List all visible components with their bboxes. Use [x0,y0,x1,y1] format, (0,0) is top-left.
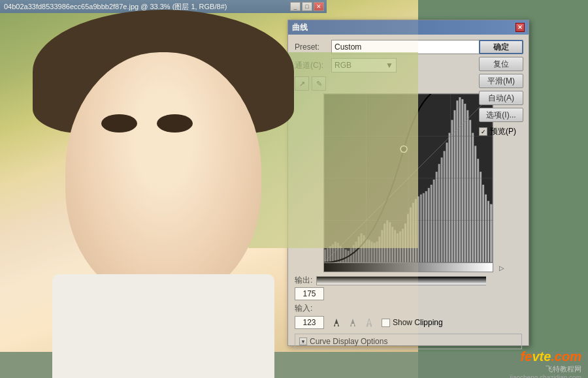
svg-rect-49 [449,133,451,262]
preview-label: 预览(P) [490,126,516,137]
ok-button[interactable]: 确定 [479,40,523,54]
svg-rect-43 [433,180,435,262]
svg-rect-62 [482,185,484,262]
watermark-brand-vte: vte [532,349,551,364]
watermark-container: fevte.com 飞特教程网 jiaocheng.chazidian.com [510,349,581,379]
svg-rect-42 [431,185,433,262]
svg-rect-39 [423,193,425,262]
svg-rect-56 [466,110,468,262]
preview-row: ✓ 预览(P) [479,126,523,137]
smooth-button[interactable]: 平滑(M) [479,74,523,88]
svg-rect-64 [487,201,489,262]
svg-rect-63 [485,195,487,262]
svg-rect-58 [472,133,474,262]
auto-button[interactable]: 自动(A) [479,91,523,105]
svg-rect-61 [480,172,482,262]
watermark-subtitle: 飞特教程网 [510,364,581,374]
watermark-brand-com: .com [551,349,581,364]
watermark-brand: fevte.com [510,349,581,364]
svg-rect-55 [464,104,466,262]
curves-close-button[interactable]: ✕ [515,23,525,32]
svg-rect-50 [451,120,453,262]
action-buttons-panel: 确定 复位 平滑(M) 自动(A) 选项(I)... ✓ 预览(P) [479,40,523,137]
svg-rect-40 [425,191,427,262]
svg-rect-57 [469,120,471,262]
svg-rect-59 [474,146,476,262]
preview-checkbox[interactable]: ✓ [479,127,487,136]
watermark-sub2: jiaocheng.chazidian.com [510,374,581,379]
photo-background [0,0,418,378]
svg-rect-48 [446,142,448,262]
watermark-brand-fe: fe [521,349,532,364]
svg-rect-41 [428,188,430,262]
svg-rect-46 [441,157,443,262]
svg-rect-53 [459,97,461,262]
gradient-triangle-icon: ▷ [497,263,506,272]
svg-rect-47 [444,151,446,262]
svg-rect-45 [438,164,440,262]
svg-rect-38 [420,195,422,262]
svg-rect-44 [436,172,438,262]
svg-rect-52 [456,101,458,262]
svg-rect-60 [477,159,479,262]
photo-overlay [0,0,418,378]
options-button[interactable]: 选项(I)... [479,108,523,122]
svg-rect-65 [490,204,493,262]
reset-button[interactable]: 复位 [479,57,523,71]
